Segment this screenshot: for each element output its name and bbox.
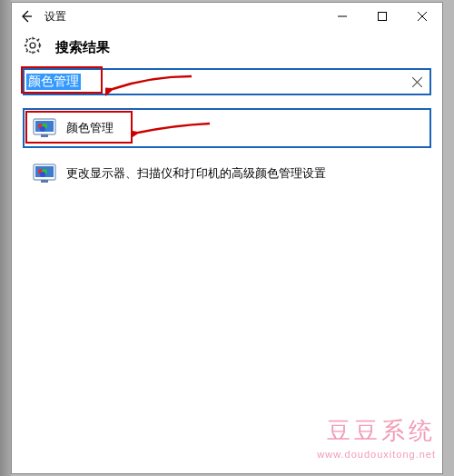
svg-point-18 [40, 172, 45, 177]
svg-point-12 [40, 126, 45, 132]
svg-point-4 [30, 43, 35, 48]
results-list: 颜色管理 更改显示器、扫描仪和打印机的高级颜色管理设置 [23, 108, 431, 193]
settings-window: 设置 搜索结果 颜色管理 [11, 2, 443, 474]
titlebar: 设置 [12, 3, 442, 30]
close-button[interactable] [402, 3, 442, 30]
gear-icon [23, 35, 43, 59]
result-label: 颜色管理 [66, 120, 114, 136]
svg-rect-13 [41, 134, 48, 137]
search-box[interactable]: 颜色管理 [23, 68, 431, 95]
back-button[interactable] [12, 3, 41, 30]
svg-rect-1 [379, 13, 387, 21]
result-item-advanced-color[interactable]: 更改显示器、扫描仪和打印机的高级颜色管理设置 [23, 154, 431, 193]
window-title: 设置 [44, 9, 66, 25]
clear-search-button[interactable] [404, 70, 429, 94]
svg-rect-19 [41, 180, 48, 183]
minimize-button[interactable] [322, 3, 362, 30]
result-item-color-management[interactable]: 颜色管理 [23, 108, 431, 148]
header: 搜索结果 [12, 30, 442, 66]
color-management-icon [32, 161, 57, 186]
maximize-button[interactable] [362, 3, 402, 30]
result-label: 更改显示器、扫描仪和打印机的高级颜色管理设置 [66, 165, 326, 182]
page-title: 搜索结果 [55, 39, 110, 56]
color-management-icon [32, 115, 57, 141]
search-input-value[interactable]: 颜色管理 [26, 74, 81, 90]
